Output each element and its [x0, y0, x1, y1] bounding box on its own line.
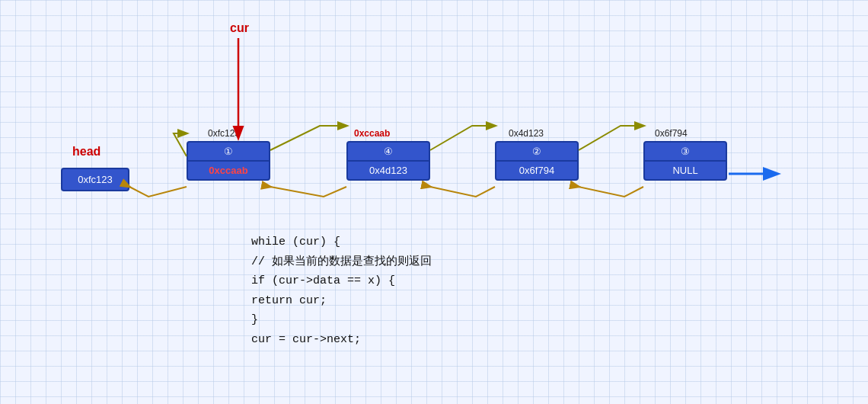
node-1-circle: ① [188, 143, 269, 162]
node-1-next: 0xccaab [188, 162, 269, 179]
code-block: while (cur) { // 如果当前的数据是查找的则返回 if (cur-… [251, 232, 432, 349]
node-2-addr: 0x4d123 [509, 128, 544, 139]
node-4-next: 0x4d123 [348, 162, 429, 179]
node-1-addr: 0xfc123 [208, 128, 240, 139]
node-3-addr: 0x6f794 [655, 128, 688, 139]
node-4-addr: 0xccaab [354, 128, 390, 139]
code-line-6: cur = cur->next; [251, 330, 432, 350]
code-line-3: if (cur->data == x) { [251, 271, 432, 291]
node-4-circle: ④ [348, 143, 429, 162]
cur-label: cur [230, 21, 249, 35]
arrows-svg [0, 0, 868, 404]
node-2-next: 0x6f794 [496, 162, 577, 179]
code-line-2: // 如果当前的数据是查找的则返回 [251, 252, 432, 272]
code-line-4: return cur; [251, 291, 432, 311]
code-line-5: } [251, 310, 432, 330]
head-box: 0xfc123 [61, 168, 129, 191]
node-4: ④ 0x4d123 [346, 141, 430, 181]
node-1: ① 0xccaab [187, 141, 270, 181]
node-2: ② 0x6f794 [495, 141, 579, 181]
node-3-circle: ③ [645, 143, 726, 162]
head-label: head [72, 145, 101, 159]
code-line-1: while (cur) { [251, 232, 432, 252]
node-2-circle: ② [496, 143, 577, 162]
node-3-next: NULL [645, 162, 726, 179]
node-3: ③ NULL [643, 141, 727, 181]
